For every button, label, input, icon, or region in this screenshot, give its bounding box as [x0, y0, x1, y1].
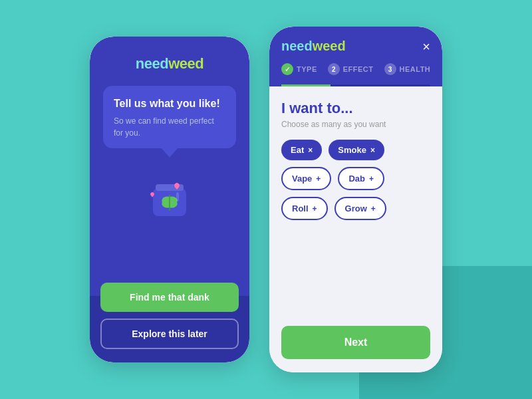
- tag-eat[interactable]: Eat ×: [281, 140, 322, 160]
- tag-smoke-icon: ×: [370, 146, 375, 155]
- right-logo-need: need: [281, 39, 313, 53]
- step-health-num: 3: [384, 63, 396, 75]
- speech-body: So we can find weed perfect for you.: [114, 115, 225, 139]
- logo-weed: weed: [168, 55, 203, 72]
- tag-dab-label: Dab: [348, 174, 365, 184]
- tag-dab[interactable]: Dab +: [338, 167, 384, 190]
- next-button[interactable]: Next: [281, 326, 430, 359]
- right-phone-body: I want to... Choose as many as you want …: [269, 86, 442, 372]
- right-phone: needweed × ✓ TYPE 2 EFFECT 3 HEALTH: [269, 27, 442, 372]
- right-logo-weed: weed: [313, 39, 346, 53]
- right-phone-header: needweed × ✓ TYPE 2 EFFECT 3 HEALTH: [269, 27, 442, 86]
- tag-smoke[interactable]: Smoke ×: [329, 140, 384, 160]
- step-type-label: TYPE: [297, 65, 317, 73]
- tags-grid: Eat × Smoke × Vape + Dab +: [281, 140, 430, 220]
- step-health: 3 HEALTH: [384, 63, 431, 75]
- left-phone: needweed Tell us what you like! So we ca…: [90, 37, 249, 362]
- step-type-num: ✓: [281, 63, 293, 75]
- find-me-dank-button[interactable]: Find me that dank: [100, 283, 239, 312]
- close-button[interactable]: ×: [422, 40, 430, 53]
- tag-grow-label: Grow: [345, 203, 367, 213]
- tag-smoke-label: Smoke: [338, 145, 366, 155]
- tag-grow-icon: +: [371, 204, 376, 213]
- tag-roll[interactable]: Roll +: [281, 197, 328, 220]
- phones-container: needweed Tell us what you like! So we ca…: [90, 27, 442, 372]
- tag-dab-icon: +: [369, 174, 374, 184]
- speech-title: Tell us what you like!: [114, 98, 225, 110]
- speech-bubble: Tell us what you like! So we can find we…: [103, 86, 236, 148]
- step-type: ✓ TYPE: [281, 63, 317, 75]
- svg-rect-5: [176, 192, 179, 201]
- tag-eat-icon: ×: [308, 146, 313, 155]
- step-indicator: [281, 84, 430, 86]
- step-indicator-fill: [281, 84, 331, 86]
- steps-bar: ✓ TYPE 2 EFFECT 3 HEALTH: [281, 63, 430, 84]
- right-phone-logo: needweed: [281, 39, 346, 54]
- jar-illustration: [140, 167, 200, 227]
- tag-grow[interactable]: Grow +: [334, 197, 386, 220]
- step-effect-num: 2: [328, 63, 340, 75]
- tag-roll-label: Roll: [292, 203, 309, 213]
- tag-vape-label: Vape: [292, 174, 312, 184]
- step-health-label: HEALTH: [400, 65, 431, 73]
- want-title: I want to...: [281, 100, 430, 117]
- left-phone-buttons: Find me that dank Explore this later: [100, 283, 239, 349]
- left-phone-logo: needweed: [136, 55, 203, 72]
- step-effect: 2 EFFECT: [328, 63, 374, 75]
- tag-vape-icon: +: [316, 174, 321, 184]
- step-effect-label: EFFECT: [343, 65, 374, 73]
- explore-later-button[interactable]: Explore this later: [100, 319, 239, 349]
- want-subtitle: Choose as many as you want: [281, 120, 430, 129]
- tag-vape[interactable]: Vape +: [281, 167, 331, 190]
- tag-eat-label: Eat: [291, 145, 304, 155]
- tag-roll-icon: +: [313, 204, 317, 213]
- logo-need: need: [136, 55, 168, 72]
